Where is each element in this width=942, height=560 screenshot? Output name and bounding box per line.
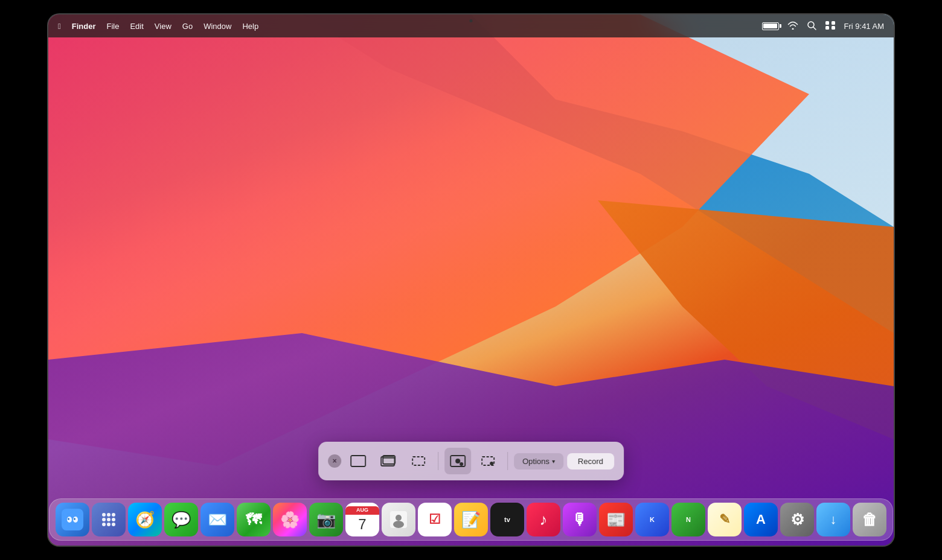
dock-icon-maps[interactable]: 🗺 [237,503,271,536]
svg-point-27 [102,523,106,526]
capture-selection-button[interactable] [405,448,432,474]
menubar-window[interactable]: Window [203,22,231,31]
dock-icon-downloads[interactable]: ↓ [816,503,850,536]
battery-icon [762,22,779,30]
menubar-clock: Fri 9:41 AM [844,22,884,31]
record-selection-button[interactable] [475,448,501,474]
svg-point-28 [107,523,111,526]
dock-icon-freeform[interactable]: ✎ [708,503,742,536]
svg-point-12 [455,459,460,463]
battery-fill [763,24,777,28]
dock-icon-facetime[interactable]: 📷 [309,503,343,536]
capture-screen-button[interactable] [345,448,371,474]
svg-point-29 [112,523,115,526]
menubar:  Finder File Edit View Go Window Help [48,14,894,37]
toolbar-divider-2 [507,452,508,470]
menubar-edit[interactable]: Edit [130,22,143,31]
dock-icon-calendar[interactable]: AUG7 [345,503,379,536]
svg-point-21 [102,513,106,517]
dock-icon-numbers[interactable]: N [671,503,705,536]
dock-icon-settings[interactable]: ⚙ [780,503,814,536]
menubar-finder[interactable]: Finder [72,22,96,31]
dock-icon-reminders[interactable]: ☑ [418,503,452,536]
screenshot-toolbar: × [318,442,624,480]
control-center-icon[interactable] [825,21,836,32]
menubar-right: Fri 9:41 AM [762,21,884,32]
menubar-left:  Finder File Edit View Go Window Help [58,22,258,31]
svg-point-23 [112,513,115,517]
svg-point-19 [68,518,69,520]
apple-menu[interactable]:  [58,22,61,31]
record-label: Record [578,457,603,466]
svg-point-25 [107,518,111,521]
dock-icon-trash[interactable]: 🗑 [853,503,886,536]
menubar-view[interactable]: View [155,22,171,31]
mac-frame:  Finder File Edit View Go Window Help [48,14,894,546]
dock-icon-mail[interactable]: ✉️ [200,503,234,536]
record-screen-button[interactable] [444,448,471,474]
desktop:  Finder File Edit View Go Window Help [48,14,894,546]
svg-rect-4 [825,26,829,30]
dock-icon-appstore[interactable]: A [744,503,778,536]
battery-body [762,22,779,30]
record-button[interactable]: Record [567,453,614,469]
svg-rect-6 [351,456,365,466]
dock-icon-podcasts[interactable]: 🎙 [563,503,597,536]
options-button[interactable]: Options ▾ [514,453,563,469]
options-label: Options [522,457,550,466]
menubar-file[interactable]: File [106,22,119,31]
menubar-go[interactable]: Go [182,22,193,31]
svg-rect-5 [831,26,835,30]
svg-point-13 [460,462,463,466]
dock: 🧭💬✉️🗺🌸📷AUG7☑📝tv♪🎙📰KN✎A⚙↓🗑 [49,498,893,541]
svg-point-20 [74,518,75,520]
dock-icon-appletv[interactable]: tv [490,503,524,536]
dock-icon-launchpad[interactable] [92,503,126,536]
search-icon[interactable] [807,21,816,32]
dock-icon-news[interactable]: 📰 [599,503,633,536]
svg-rect-8 [383,456,395,464]
svg-point-24 [102,518,106,521]
dock-icon-keynote[interactable]: K [635,503,669,536]
svg-rect-10 [412,457,425,465]
dock-icon-photos[interactable]: 🌸 [273,503,307,536]
dock-icon-safari[interactable]: 🧭 [128,503,162,536]
toolbar-divider-1 [438,452,438,470]
camera-dot [470,19,473,22]
dock-icon-contacts[interactable] [382,503,415,536]
svg-rect-2 [825,21,829,25]
svg-point-17 [67,517,72,523]
dock-icon-finder[interactable] [56,503,89,536]
svg-point-15 [490,462,493,465]
dock-icon-notes[interactable]: 📝 [454,503,488,536]
menubar-help[interactable]: Help [242,22,258,31]
dock-icon-messages[interactable]: 💬 [164,503,198,536]
dock-icon-music[interactable]: ♪ [527,503,560,536]
close-toolbar-button[interactable]: × [328,454,341,468]
svg-point-31 [396,515,402,521]
svg-line-1 [813,27,816,30]
svg-rect-16 [62,509,83,530]
svg-point-32 [393,521,404,528]
svg-point-22 [107,513,111,517]
svg-point-26 [112,518,115,521]
svg-rect-3 [831,21,835,25]
capture-window-button[interactable] [375,448,402,474]
svg-point-18 [73,517,78,523]
options-chevron-icon: ▾ [552,458,555,465]
wifi-icon[interactable] [787,21,798,31]
